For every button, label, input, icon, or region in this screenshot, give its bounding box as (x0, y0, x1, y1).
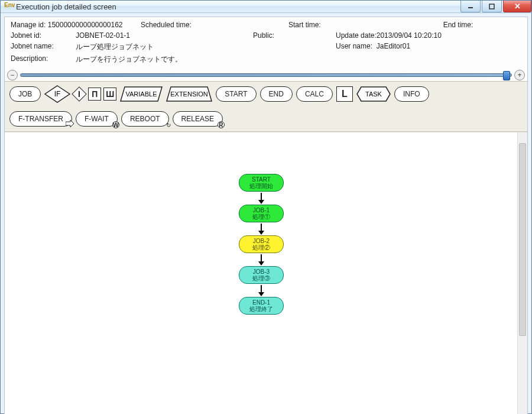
zoom-slider-thumb[interactable] (503, 71, 510, 80)
zoom-bar: − + (5, 69, 527, 81)
jobnet-id-value: JOBNET-02-01-1 (76, 31, 130, 40)
palette-task[interactable]: TASK (356, 86, 391, 102)
palette-extension[interactable]: EXTENSION (166, 86, 212, 102)
palette-ftransfer[interactable]: F-TRANSFER (9, 111, 72, 127)
description-value: ループを行うジョブネットです。 (76, 54, 182, 64)
info-panel: Manage id: 1500000000000000162 Scheduled… (5, 17, 527, 69)
flow-node-job2[interactable]: JOB-2処理② (239, 235, 284, 253)
node-title: JOB-3 (253, 269, 270, 275)
app-icon: Env (4, 2, 14, 11)
palette-release[interactable]: RELEASE R (173, 111, 223, 127)
window-buttons: ✕ (459, 1, 531, 12)
content-frame: Manage id: 1500000000000000162 Scheduled… (4, 17, 528, 414)
public-label: Public: (253, 31, 274, 40)
start-time-label: Start time: (288, 21, 321, 29)
end-time-label: End time: (443, 21, 473, 29)
close-window-button[interactable]: ✕ (503, 1, 531, 12)
manage-id-value: 1500000000000000162 (48, 21, 123, 29)
node-subtitle: 処理① (252, 214, 270, 220)
user-name-value: JaEditor01 (377, 42, 410, 52)
node-palette: JOB IF I П Ш VARIABLE EXTENSION START EN… (5, 81, 527, 132)
node-title: JOB-2 (253, 238, 270, 244)
palette-job[interactable]: JOB (9, 86, 41, 102)
flow-node-job3[interactable]: JOB-3処理③ (239, 266, 284, 284)
scheduled-time-label: Scheduled time: (141, 21, 192, 29)
manage-id-label: Manage id: (11, 21, 46, 29)
update-date-label: Update date: (336, 31, 377, 40)
reboot-icon: ↻ (166, 122, 171, 128)
w-badge-icon: W (112, 121, 119, 128)
jobnet-name-label: Jobnet name: (11, 42, 54, 52)
svg-text:VARIABLE: VARIABLE (126, 90, 157, 98)
palette-fwait[interactable]: F-WAIT W (76, 111, 118, 127)
zoom-in-button[interactable]: + (514, 70, 525, 80)
flow-arrow (261, 193, 262, 203)
palette-reboot[interactable]: REBOOT ↻ (121, 111, 169, 127)
node-subtitle: 処理終了 (249, 306, 273, 312)
node-subtitle: 処理③ (252, 275, 270, 282)
palette-if[interactable]: IF (44, 86, 70, 102)
palette-info[interactable]: INFO (394, 86, 429, 102)
node-subtitle: 処理② (252, 244, 270, 251)
flow-node-end1[interactable]: END-1処理終了 (239, 297, 284, 315)
svg-marker-10 (66, 120, 74, 127)
palette-parallel-open-icon: П (88, 88, 101, 101)
canvas-inner[interactable]: START処理開始JOB-1処理①JOB-2処理②JOB-3処理③END-1処理… (5, 132, 527, 414)
jobnet-id-label: Jobnet id: (11, 31, 41, 40)
node-title: START (252, 176, 271, 183)
svg-text:EXTENSION: EXTENSION (171, 90, 209, 98)
titlebar[interactable]: Env Execution job detailed screen ✕ (1, 1, 531, 13)
svg-text:TASK: TASK (365, 90, 382, 98)
jobnet-name-value: ループ処理ジョブネット (76, 42, 154, 52)
maximize-button[interactable] (482, 1, 502, 12)
description-label: Description: (11, 54, 48, 64)
palette-calc[interactable]: CALC (296, 86, 333, 102)
palette-loop[interactable]: L (336, 86, 353, 102)
flow-node-start[interactable]: START処理開始 (239, 174, 284, 192)
window-frame: Env Execution job detailed screen ✕ Mana… (0, 0, 532, 414)
node-subtitle: 処理開始 (249, 183, 273, 189)
palette-i-shape[interactable]: I (74, 86, 85, 102)
node-title: JOB-1 (253, 207, 270, 214)
flow-arrow (261, 224, 262, 234)
vertical-scrollbar-thumb[interactable] (519, 143, 526, 336)
palette-start[interactable]: START (216, 86, 256, 102)
flow-node-job1[interactable]: JOB-1処理① (239, 205, 284, 222)
svg-text:IF: IF (54, 90, 61, 98)
palette-variable[interactable]: VARIABLE (120, 86, 163, 102)
minimize-button[interactable] (460, 1, 481, 12)
svg-rect-1 (489, 4, 494, 9)
zoom-out-button[interactable]: − (7, 70, 18, 80)
user-name-label: User name: (336, 42, 372, 52)
flow-arrow (261, 285, 262, 296)
zoom-slider-track[interactable] (20, 73, 512, 77)
canvas-area[interactable]: START処理開始JOB-1処理①JOB-2処理②JOB-3処理③END-1処理… (5, 132, 527, 414)
update-date-value: 2013/09/04 10:20:10 (377, 31, 442, 40)
node-title: END-1 (252, 299, 270, 306)
palette-parallel-close-icon: Ш (103, 88, 116, 101)
vertical-scrollbar[interactable] (517, 132, 527, 414)
window-title: Execution job detailed screen (16, 2, 459, 11)
flow-arrow (261, 254, 262, 265)
r-badge-icon: R (218, 121, 225, 128)
arrow-icon (66, 120, 74, 128)
palette-branch-shapes[interactable]: П Ш (88, 86, 116, 102)
palette-end[interactable]: END (260, 86, 293, 102)
